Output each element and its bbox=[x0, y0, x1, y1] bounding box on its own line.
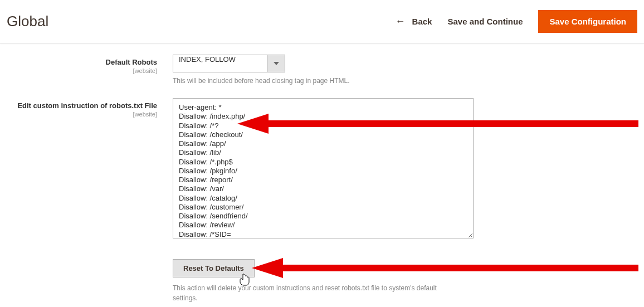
page-title: Global bbox=[7, 13, 48, 30]
robots-txt-textarea[interactable] bbox=[173, 98, 474, 238]
robots-txt-label: Edit custom instruction of robots.txt Fi… bbox=[17, 101, 157, 110]
chevron-down-icon bbox=[274, 62, 279, 65]
back-button[interactable]: ← Back bbox=[396, 16, 432, 27]
robots-txt-row: Edit custom instruction of robots.txt Fi… bbox=[17, 98, 627, 303]
reset-row: Reset To Defaults This action will delet… bbox=[173, 259, 627, 303]
default-robots-label-col: Default Robots [website] bbox=[17, 55, 173, 74]
arrow-left-icon: ← bbox=[396, 16, 406, 27]
default-robots-scope: [website] bbox=[17, 67, 157, 74]
robots-txt-textarea-wrap bbox=[173, 98, 627, 240]
default-robots-value: INDEX, FOLLOW bbox=[173, 55, 267, 72]
dropdown-arrow-button[interactable] bbox=[267, 55, 285, 72]
default-robots-input-col: INDEX, FOLLOW This will be included befo… bbox=[173, 55, 627, 96]
arrow-annotation-icon bbox=[252, 258, 638, 278]
robots-txt-label-col: Edit custom instruction of robots.txt Fi… bbox=[17, 98, 173, 118]
default-robots-select[interactable]: INDEX, FOLLOW bbox=[173, 55, 627, 72]
robots-txt-input-col: Reset To Defaults This action will delet… bbox=[173, 98, 627, 303]
default-robots-help: This will be included before head closin… bbox=[173, 77, 627, 85]
default-robots-row: Default Robots [website] INDEX, FOLLOW T… bbox=[17, 55, 627, 96]
page-header: Global ← Back Save and Continue Save Con… bbox=[0, 0, 644, 43]
default-robots-label: Default Robots bbox=[17, 58, 157, 66]
svg-rect-2 bbox=[279, 265, 638, 271]
content-area: Default Robots [website] INDEX, FOLLOW T… bbox=[0, 43, 644, 307]
header-actions: ← Back Save and Continue Save Configurat… bbox=[396, 10, 637, 33]
robots-txt-scope: [website] bbox=[17, 111, 157, 118]
reset-help-text: This action will delete your custom inst… bbox=[173, 283, 462, 303]
reset-to-defaults-button[interactable]: Reset To Defaults bbox=[173, 259, 255, 277]
svg-marker-3 bbox=[252, 258, 283, 278]
save-configuration-button[interactable]: Save Configuration bbox=[538, 10, 637, 33]
save-and-continue-button[interactable]: Save and Continue bbox=[447, 17, 523, 26]
back-button-label: Back bbox=[412, 17, 432, 26]
